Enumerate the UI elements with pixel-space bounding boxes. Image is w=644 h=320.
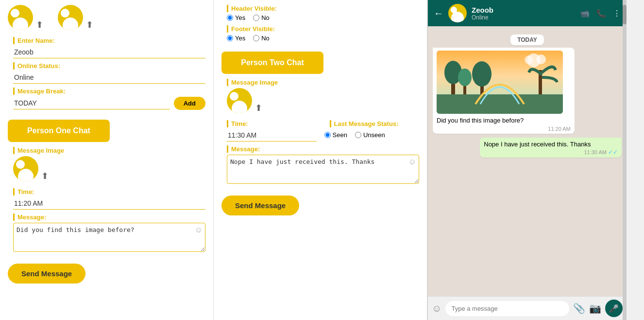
footer-no-radio[interactable] [253,35,259,41]
mic-button[interactable]: 🎤 [605,300,623,317]
p2-send-message-button[interactable]: Send Message [221,196,299,215]
received-message-time: 11:20 AM [548,126,570,132]
chat-footer: ☺ 📎 📷 🎤 [428,296,627,320]
chat-header-status: Online [472,14,575,21]
header-no-radio[interactable] [253,15,259,21]
footer-no-label[interactable]: No [253,35,270,42]
header-visible-content: Header Visible: Yes No [227,5,419,21]
message-break-content: Message Break: Add [13,88,205,110]
footer-visible-section: Footer Visible: Yes No [221,25,419,42]
more-options-icon[interactable]: ⋮ [613,9,621,18]
message-image-avatar [13,156,38,181]
seen-label[interactable]: Seen [324,131,347,139]
upload-icon-msg[interactable]: ⬆ [41,171,49,181]
header-yes-radio[interactable] [227,15,233,21]
footer-visible-label: Footer Visible: [227,25,419,33]
received-message-text: Did you find this image before? [437,117,524,124]
unseen-label[interactable]: Unseen [355,131,385,139]
footer-yes-radio[interactable] [227,35,233,41]
sent-message-bubble: Nope I have just received this. Thanks 1… [480,138,622,158]
p2-time-content: Time: [227,120,317,142]
chat-input[interactable] [445,301,569,316]
message-textarea-wrap: Did you find this image before? ☺ [13,223,205,254]
p2-time-input[interactable] [227,129,317,142]
video-call-icon[interactable]: 📹 [580,9,590,18]
attachment-icon[interactable]: 📎 [573,302,585,314]
time-section: Time: [8,188,205,210]
p2-message-image-section: Message Image ⬆ [221,79,419,116]
p2-message-image-content: Message Image ⬆ [227,79,419,116]
left-panel: ⬆ ⬆ Enter Name: Online Status: Message B… [0,0,214,320]
chat-body: TODAY [428,26,627,296]
scrollbar-thumb[interactable] [623,5,627,24]
footer-visible-content: Footer Visible: Yes No [227,25,419,42]
p2-message-textarea-wrap: Nope I have just received this. Thanks ☺ [227,155,419,186]
send-message-button[interactable]: Send Message [8,264,85,284]
today-label: TODAY [433,35,622,44]
p2-upload-icon[interactable]: ⬆ [255,103,262,113]
svg-point-10 [536,54,546,64]
last-msg-status-section: Last Message Status: Seen Unseen [324,120,420,139]
emoji-icon[interactable]: ☺ [195,226,203,234]
message-image-section: Message Image ⬆ [8,147,205,184]
chat-header: ← Zeoob Online 📹 📞 ⋮ [428,0,627,26]
phone-icon[interactable]: 📞 [596,9,606,18]
p2-message-section: Message: Nope I have just received this.… [221,145,419,186]
unseen-radio[interactable] [355,132,361,138]
sent-message-text: Nope I have just received this. Thanks [484,141,591,148]
p2-emoji-icon[interactable]: ☺ [408,158,416,166]
person-two-chat-button[interactable]: Person Two Chat [221,52,323,74]
back-icon[interactable]: ← [434,8,443,19]
header-no-label[interactable]: No [253,14,270,21]
svg-point-5 [458,69,472,86]
message-break-input[interactable] [13,97,170,109]
add-button[interactable]: Add [174,97,205,110]
avatar-upload-right: ⬆ [58,5,93,30]
avatar-upload-left: ⬆ [8,5,43,30]
last-msg-status-label: Last Message Status: [330,120,399,127]
p2-message-image-avatar [227,88,252,113]
online-status-section: Online Status: [8,62,205,84]
svg-rect-1 [437,94,563,114]
header-yes-label[interactable]: Yes [227,14,245,21]
avatar-left [8,5,33,30]
p2-message-image-upload: ⬆ [227,88,419,113]
camera-icon[interactable]: 📷 [589,302,601,314]
time-content: Time: [13,188,205,210]
online-status-input[interactable] [13,71,205,84]
last-msg-status-header: Last Message Status: [324,120,420,129]
online-status-content: Online Status: [13,62,205,84]
svg-point-11 [525,55,533,64]
chat-header-icons: 📹 📞 ⋮ [580,9,621,18]
time-input[interactable] [13,197,205,210]
seen-radio[interactable] [324,132,331,138]
message-content: Message: Did you find this image before?… [13,213,205,254]
chat-header-info: Zeoob Online [472,6,575,21]
p2-message-textarea[interactable]: Nope I have just received this. Thanks [227,155,419,184]
footer-visible-radios: Yes No [227,35,419,42]
emoji-footer-icon[interactable]: ☺ [432,303,441,314]
person-one-chat-button[interactable]: Person One Chat [8,120,110,142]
upload-icon-left[interactable]: ⬆ [36,19,43,30]
svg-point-7 [472,61,491,87]
chat-header-name: Zeoob [472,6,575,14]
message-textarea[interactable]: Did you find this image before? [13,223,205,252]
seen-tick-icon: ✓✓ [608,149,618,156]
footer-yes-label[interactable]: Yes [227,35,245,42]
scrollbar-track[interactable] [623,0,627,320]
sent-message-time: 11:30 AM ✓✓ [584,149,618,156]
enter-name-input[interactable] [13,46,205,58]
message-section: Message: Did you find this image before?… [8,213,205,254]
online-status-label: Online Status: [13,62,205,70]
last-msg-status-radios: Seen Unseen [324,131,420,139]
message-image-content: Message Image ⬆ [13,147,205,184]
chat-preview-panel: ← Zeoob Online 📹 📞 ⋮ TODAY [427,0,627,320]
chat-header-avatar [448,4,467,22]
p2-time-label: Time: [227,120,317,127]
p2-message-content: Message: Nope I have just received this.… [227,145,419,186]
message-image-upload: ⬆ [13,156,205,181]
message-break-section: Message Break: Add [8,88,205,110]
upload-icon-right[interactable]: ⬆ [86,19,93,30]
avatar-right [58,5,83,30]
header-visible-label: Header Visible: [227,5,419,12]
